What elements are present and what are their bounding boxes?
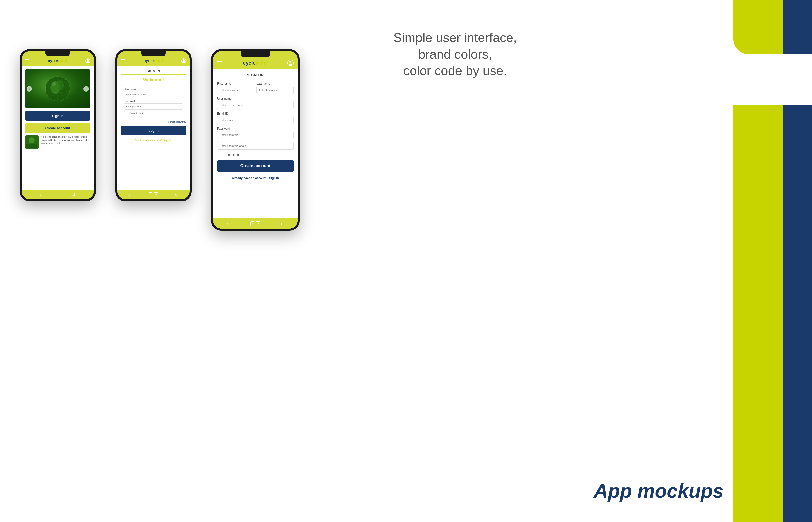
- signin-button[interactable]: Sign in: [25, 111, 91, 121]
- news-text: It is a long established fact that a rea…: [41, 136, 91, 145]
- phone-2-search-icon[interactable]: ☌: [175, 192, 178, 197]
- phone-1-content: ‹ › Sign in Create account: [22, 66, 94, 190]
- phone-3-home-icon[interactable]: ⌂: [227, 221, 230, 226]
- phone-2-hamburger[interactable]: [121, 59, 125, 62]
- user-icon[interactable]: [85, 58, 91, 63]
- phone-3-logo: cyclerand: [243, 60, 267, 66]
- lastname-label: Last name: [256, 82, 294, 85]
- carousel-prev-button[interactable]: ‹: [26, 86, 32, 92]
- phone-1-home: cyclerand: [20, 49, 96, 201]
- already-account-text: Already have an account? Sign in: [217, 175, 294, 180]
- phone-2-home-icon[interactable]: ⌂: [129, 193, 132, 197]
- signup-title: SIGN UP: [217, 73, 294, 79]
- signup-not-robot-checkbox[interactable]: [217, 153, 221, 157]
- logo-rand: rand: [58, 59, 67, 63]
- name-row: First name Last name: [217, 82, 294, 94]
- firstname-input[interactable]: [217, 86, 254, 94]
- phone-2-notch: [141, 51, 166, 57]
- phone-2-user-icon[interactable]: [181, 58, 186, 63]
- signin-link[interactable]: Sign in: [269, 177, 279, 180]
- phone-3-content: SIGN UP First name Last name User name: [213, 69, 298, 218]
- password-group: Password: [124, 100, 183, 110]
- login-button[interactable]: Log in: [121, 126, 186, 136]
- app-mockups-label: App mockups: [594, 480, 724, 502]
- phone-3-user-icon[interactable]: [287, 60, 294, 66]
- svg-point-9: [52, 82, 56, 86]
- phone-2-footer: ⌂ « » ☌: [117, 190, 190, 199]
- corner-top-right: [733, 0, 812, 54]
- news-thumbnail: [25, 136, 39, 149]
- signin-form: User name Password I'm not robot: [121, 85, 186, 118]
- phone-1-screen: cyclerand: [22, 51, 94, 199]
- phone-2-content: SIGN IN Welcome! User name Password I'm …: [117, 66, 190, 190]
- signup-password-input[interactable]: [217, 131, 294, 139]
- news-divider: [41, 146, 71, 146]
- signup-password-group: Password: [217, 127, 294, 139]
- side-yellow: [733, 105, 783, 522]
- side-blue: [783, 105, 812, 522]
- signup-username-label: User name: [217, 97, 294, 100]
- phones-container: cyclerand: [20, 49, 300, 231]
- username-label: User name: [124, 88, 183, 91]
- lastname-group: Last name: [256, 82, 294, 94]
- corner-yellow: [733, 0, 783, 54]
- email-input[interactable]: [217, 116, 294, 124]
- carousel-image: [25, 69, 91, 108]
- phone-3-hamburger[interactable]: [217, 61, 222, 64]
- heading-line2: color code by use.: [403, 64, 507, 78]
- forgot-password-link[interactable]: Forgot password?: [121, 121, 186, 123]
- confirm-password-group: [217, 142, 294, 150]
- carousel-next-button[interactable]: ›: [83, 86, 89, 92]
- hamburger-icon[interactable]: [25, 59, 29, 62]
- firstname-label: First name: [217, 82, 254, 85]
- email-label: Email ID: [217, 112, 294, 115]
- signup-username-input[interactable]: [217, 101, 294, 109]
- phone-2-signin: cyclerand SIGN IN Welcome! User name Pas…: [115, 49, 192, 201]
- heading-line1: Simple user interface, brand colors,: [393, 31, 517, 61]
- phone-3-signup: cyclerand SIGN UP First name Last name: [211, 49, 300, 231]
- news-item: It is a long established fact that a rea…: [25, 136, 91, 149]
- email-group: Email ID: [217, 112, 294, 124]
- phone-1-footer: ⌂ ☌: [22, 190, 94, 199]
- confirm-password-input[interactable]: [217, 142, 294, 150]
- home-icon[interactable]: ⌂: [40, 193, 42, 197]
- nav-forward-arrow[interactable]: »: [154, 193, 158, 197]
- create-account-button[interactable]: Create account: [217, 160, 294, 172]
- not-robot-label: I'm not robot: [130, 112, 143, 115]
- nav-back-arrow[interactable]: «: [148, 193, 153, 197]
- phone-3-nav-forward[interactable]: »: [256, 221, 260, 226]
- not-robot-row: I'm not robot: [124, 112, 183, 115]
- signup-not-robot-row: I'm not robot: [217, 153, 294, 157]
- nav-arrows: « »: [148, 193, 158, 197]
- signup-link[interactable]: Sign up: [163, 139, 172, 142]
- phone-3-nav-back[interactable]: «: [251, 221, 255, 226]
- username-group: User name: [124, 88, 183, 98]
- logo-cycle: cycle: [47, 59, 58, 63]
- not-robot-checkbox[interactable]: [124, 112, 127, 115]
- welcome-text: Welcome!: [121, 77, 186, 82]
- corner-blue: [783, 0, 812, 54]
- side-decoration: [733, 105, 812, 522]
- no-account-text: Don't have an account? Sign up: [121, 138, 186, 142]
- phone-1-notch: [45, 51, 70, 57]
- create-account-button[interactable]: Create account: [25, 123, 91, 133]
- lastname-input[interactable]: [256, 86, 294, 94]
- password-label: Password: [124, 100, 183, 103]
- phone-3-notch: [241, 51, 270, 57]
- signup-not-robot-label: I'm not robot: [223, 153, 240, 157]
- username-input[interactable]: [124, 92, 183, 98]
- search-icon[interactable]: ☌: [73, 192, 75, 197]
- phone-3-nav-arrows: « »: [251, 221, 260, 226]
- globe-svg: [43, 74, 73, 104]
- phone-3-search-icon[interactable]: ☌: [281, 221, 284, 226]
- phone-3-footer: ⌂ « » ☌: [213, 218, 298, 229]
- phone-2-logo: cyclerand: [143, 59, 163, 63]
- phone-3-screen: cyclerand SIGN UP First name Last name: [213, 51, 298, 229]
- carousel: ‹ ›: [25, 69, 91, 108]
- signup-username-group: User name: [217, 97, 294, 109]
- signup-password-label: Password: [217, 127, 294, 130]
- signin-title: SIGN IN: [121, 69, 186, 75]
- phone-2-screen: cyclerand SIGN IN Welcome! User name Pas…: [117, 51, 190, 199]
- password-input[interactable]: [124, 103, 183, 110]
- heading-text: Simple user interface, brand colors, col…: [381, 29, 529, 79]
